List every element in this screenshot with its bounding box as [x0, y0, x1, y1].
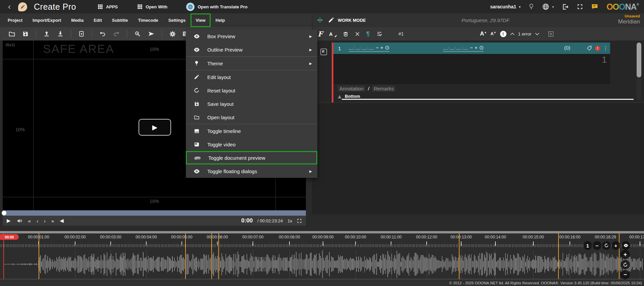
cell-view-icon[interactable]	[320, 49, 327, 55]
menu-view[interactable]: View	[191, 13, 210, 27]
view-menu-item-toggle-floating-dialogs[interactable]: Toggle floating dialogs▶	[186, 164, 317, 178]
in-timecode-field[interactable]: __:__:__:__ − +	[349, 45, 389, 52]
big-play-button[interactable]: ▶	[139, 119, 171, 136]
view-menu-item-toggle-timeline[interactable]: Toggle timeline	[186, 124, 317, 138]
tag-icon[interactable]	[587, 46, 592, 51]
find-replace-icon[interactable]	[133, 29, 142, 38]
export-icon[interactable]	[56, 29, 65, 38]
playhead-line[interactable]	[3, 233, 4, 279]
view-menu-item-save-layout[interactable]: Save layout	[186, 97, 317, 111]
fullscreen-icon[interactable]	[577, 4, 583, 10]
theme-bulb-icon[interactable]	[529, 3, 534, 10]
vertical-refresh-icon[interactable]	[621, 260, 630, 269]
logout-icon[interactable]	[562, 3, 569, 10]
clock-icon[interactable]	[479, 46, 484, 50]
out-timecode-field[interactable]: __:__:__:__ − +	[443, 45, 484, 52]
play-icon[interactable]: ▶	[7, 218, 11, 224]
clock-icon[interactable]	[385, 46, 389, 50]
view-menu-item-outline-preview[interactable]: Outline Preview▶	[186, 43, 317, 56]
timecode-increment-button[interactable]: +	[475, 45, 477, 50]
timeline-marker[interactable]	[619, 233, 620, 279]
volume-icon[interactable]	[16, 218, 22, 224]
view-menu-item-toggle-document-preview[interactable]: Toggle document preview	[186, 151, 317, 164]
align-bottom-icon[interactable]	[337, 94, 342, 99]
delete-subtitle-icon[interactable]	[343, 31, 348, 37]
menu-settings[interactable]: Settings	[163, 13, 191, 27]
feedback-chat-icon[interactable]	[591, 3, 598, 10]
open-with-button[interactable]: Open With	[137, 4, 167, 9]
menu-help[interactable]: Help	[211, 13, 230, 27]
save-icon[interactable]	[21, 29, 30, 38]
redo-icon[interactable]	[112, 29, 121, 38]
subtitle-header-row[interactable]: 1 __:__:__:__ − + __:__:__:__ − + (0) ! …	[333, 43, 610, 54]
view-menu-item-toggle-video[interactable]: Toggle video	[186, 138, 317, 151]
open-project-folder-icon[interactable]	[7, 29, 16, 38]
zoom-reset-button[interactable]: 1	[583, 241, 592, 250]
subtitle-scrollbar[interactable]	[637, 43, 641, 99]
font-decrease-icon[interactable]: A▼	[490, 31, 496, 36]
character-format-icon[interactable]: A	[329, 31, 336, 37]
waveform-visibility-icon[interactable]	[622, 241, 630, 250]
zoom-in-button[interactable]: +	[611, 241, 620, 250]
media-icon[interactable]	[77, 29, 86, 38]
prev-frame-icon[interactable]: ‹	[37, 218, 38, 224]
menu-timecode[interactable]: Timecode	[133, 13, 163, 27]
next-frame-icon[interactable]: ›	[44, 218, 46, 224]
user-menu[interactable]: saracunha1 ▾	[490, 4, 521, 9]
merge-timecode-icon[interactable]	[316, 17, 324, 23]
menu-edit[interactable]: Edit	[89, 13, 107, 27]
scrollbar-thumb[interactable]	[637, 43, 641, 77]
annotation-tab[interactable]: Annotation	[338, 85, 365, 92]
menu-project[interactable]: Project	[3, 13, 28, 27]
view-menu-item-box-preview[interactable]: Box Preview▶	[186, 29, 317, 43]
timecode-increment-button[interactable]: +	[381, 45, 383, 50]
subtitle-error-icon[interactable]: !	[595, 46, 600, 51]
view-menu-item-edit-layout[interactable]: Edit layout	[186, 70, 317, 84]
view-menu-item-open-layout[interactable]: Open layout	[186, 111, 317, 124]
deliver-icon[interactable]	[147, 29, 156, 38]
back-button[interactable]: ‹	[8, 1, 11, 13]
menu-subtitle[interactable]: Subtitle	[107, 13, 133, 27]
work-mode-pencil-icon[interactable]	[328, 17, 334, 23]
subtitle-menu-icon[interactable]: ⋮	[603, 45, 608, 51]
error-count[interactable]: 1 error	[518, 31, 532, 37]
playback-speed[interactable]: 1x	[287, 218, 292, 223]
wrap-lines-icon[interactable]	[376, 31, 383, 37]
import-icon[interactable]	[42, 29, 51, 38]
seek-knob[interactable]	[2, 211, 6, 215]
skip-forward-icon[interactable]: »	[51, 218, 54, 224]
open-with-translate-button[interactable]: Open with Translate Pro	[186, 3, 248, 11]
refresh-waveform-icon[interactable]	[602, 241, 611, 250]
view-menu-item-reset-layout[interactable]: Reset layout	[186, 84, 317, 97]
timeline-marker[interactable]	[558, 233, 559, 279]
pilcrow-icon[interactable]: ¶	[366, 30, 370, 38]
font-style-icon[interactable]: F	[318, 30, 323, 38]
undo-icon[interactable]	[98, 29, 107, 38]
playhead-badge[interactable]: 00:00	[0, 234, 19, 240]
marquee-select-icon[interactable]	[548, 31, 554, 37]
zoom-out-button[interactable]: −	[593, 241, 601, 250]
vertical-zoom-in-button[interactable]: +	[621, 250, 630, 259]
timeline-marker[interactable]	[459, 233, 460, 279]
timeline-scrollbar[interactable]	[0, 231, 644, 233]
language-selector[interactable]: ▾	[542, 3, 554, 10]
timecode-decrement-button[interactable]: −	[470, 45, 473, 50]
timeline-marker[interactable]	[211, 233, 212, 279]
video-fullscreen-icon[interactable]	[297, 218, 302, 223]
error-indicator-icon[interactable]: !	[500, 31, 506, 37]
subtitle-text-input[interactable]: 1	[333, 54, 610, 84]
timeline-marker[interactable]	[218, 233, 219, 279]
timeline-marker[interactable]	[185, 233, 186, 279]
timeline[interactable]: 00:00:01:0000:00:02:0000:00:03:0000:00:0…	[0, 231, 644, 280]
apps-button[interactable]: APPS	[98, 4, 118, 9]
settings-gear-icon[interactable]	[168, 29, 177, 38]
timecode-decrement-button[interactable]: −	[376, 45, 379, 50]
next-error-chevron-icon[interactable]	[535, 32, 539, 35]
prev-error-chevron-icon[interactable]	[510, 32, 515, 35]
view-menu-item-theme[interactable]: Theme▶	[186, 57, 317, 70]
menu-media[interactable]: Media	[66, 13, 89, 27]
video-seekbar[interactable]	[3, 210, 306, 216]
menu-import-export[interactable]: Import/Export	[28, 13, 66, 27]
clear-text-icon[interactable]	[355, 31, 360, 37]
prev-subtitle-icon[interactable]: ◀	[60, 218, 64, 224]
